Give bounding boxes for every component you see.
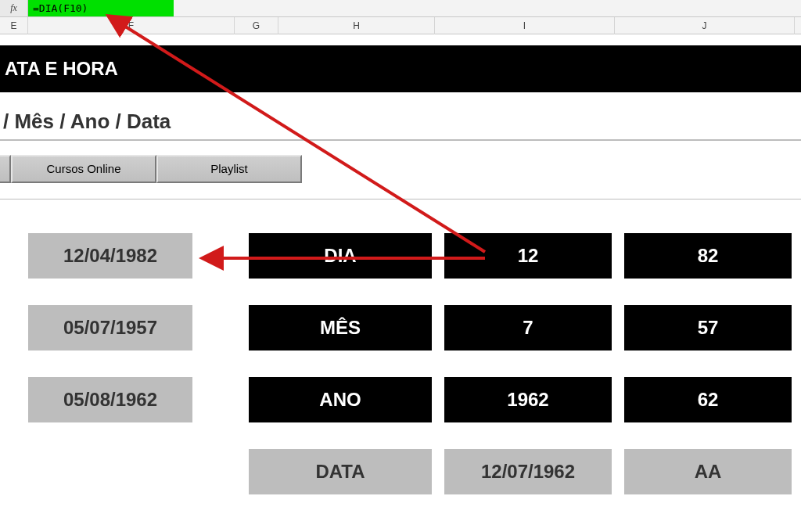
table-row: 05/08/1962 ANO 1962 62: [28, 377, 792, 422]
section-title: ATA E HORA: [5, 58, 118, 80]
data-table: 12/04/1982 DIA 12 82 05/07/1957 MÊS 7 57…: [28, 233, 792, 521]
cell-value2[interactable]: 62: [624, 377, 792, 422]
formula-input[interactable]: =DIA(F10): [28, 0, 174, 16]
cell-value[interactable]: 12: [444, 233, 612, 279]
partial-button[interactable]: [0, 155, 11, 183]
fx-icon[interactable]: fx: [0, 0, 28, 16]
col-E[interactable]: E: [0, 17, 28, 34]
cell-label[interactable]: ANO: [249, 377, 432, 422]
formula-bar: fx =DIA(F10): [0, 0, 801, 17]
cell-value[interactable]: 12/07/1962: [444, 449, 612, 494]
cursos-online-button[interactable]: Cursos Online: [11, 155, 156, 183]
spacer: [205, 233, 236, 279]
cell-date[interactable]: 05/08/1962: [28, 377, 192, 422]
table-row: DATA 12/07/1962 AA: [28, 449, 792, 494]
spacer: [205, 449, 236, 494]
cell-label[interactable]: MÊS: [249, 305, 432, 350]
col-F[interactable]: F: [28, 17, 235, 34]
table-row: 05/07/1957 MÊS 7 57: [28, 305, 792, 350]
col-H[interactable]: H: [278, 17, 435, 34]
col-G[interactable]: G: [235, 17, 278, 34]
col-I[interactable]: I: [435, 17, 615, 34]
spacer: [205, 305, 236, 350]
cell-date[interactable]: 05/07/1957: [28, 305, 192, 350]
cell-value[interactable]: 1962: [444, 377, 612, 422]
cell-value2[interactable]: 82: [624, 233, 792, 279]
col-J[interactable]: J: [615, 17, 795, 34]
cell-label[interactable]: DIA: [249, 233, 432, 279]
cell-date[interactable]: 12/04/1982: [28, 233, 192, 279]
spacer: [205, 377, 236, 422]
table-row: 12/04/1982 DIA 12 82: [28, 233, 792, 279]
subtitle-text: / Mês / Ano / Data: [3, 110, 171, 133]
section-title-bar: ATA E HORA: [0, 45, 801, 92]
button-row: Cursos Online Playlist: [0, 155, 302, 186]
playlist-button[interactable]: Playlist: [156, 155, 302, 183]
cell-value[interactable]: 7: [444, 305, 612, 350]
column-headers: E F G H I J: [0, 17, 801, 34]
cell-value2[interactable]: 57: [624, 305, 792, 350]
cell-value2[interactable]: AA: [624, 449, 792, 494]
cell-label[interactable]: DATA: [249, 449, 432, 494]
page-subtitle: / Mês / Ano / Data: [0, 110, 801, 141]
divider: [0, 199, 801, 200]
cell-empty: [28, 449, 192, 494]
